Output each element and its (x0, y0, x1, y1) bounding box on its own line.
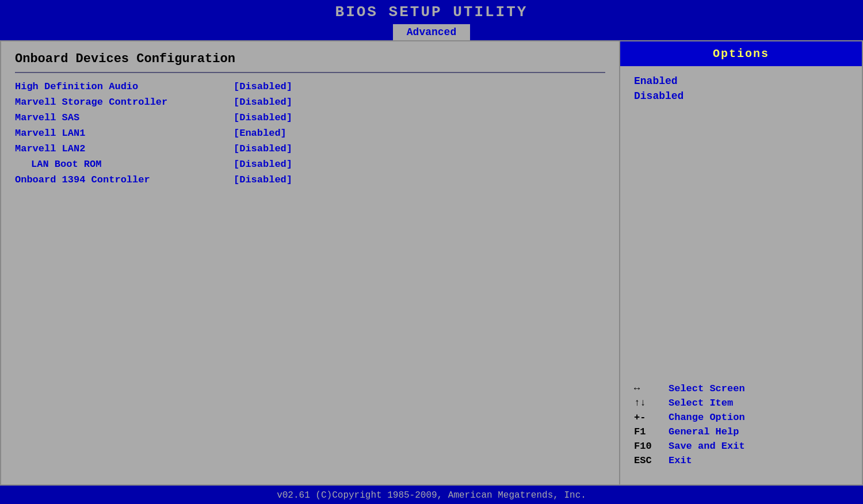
main-content: Onboard Devices Configuration High Defin… (0, 40, 863, 486)
config-value: [Disabled] (234, 81, 292, 92)
key-code: ↑↓ (634, 398, 669, 408)
left-panel: Onboard Devices Configuration High Defin… (1, 41, 620, 484)
config-value: [Enabled] (234, 128, 287, 139)
config-value: [Disabled] (234, 112, 292, 123)
right-panel: Options EnabledDisabled ↔Select Screen↑↓… (620, 41, 862, 484)
key-desc: Change Option (669, 412, 745, 423)
keybinding-row: ↔Select Screen (634, 383, 848, 394)
key-code: F10 (634, 441, 669, 452)
tab-advanced[interactable]: Advanced (393, 24, 470, 40)
config-label: Onboard 1394 Controller (15, 174, 234, 185)
config-value: [Disabled] (234, 174, 292, 185)
keybinding-row: +-Change Option (634, 412, 848, 423)
keybinding-row: ↑↓Select Item (634, 398, 848, 408)
config-label: Marvell LAN1 (15, 128, 234, 139)
bios-title: BIOS SETUP UTILITY (335, 3, 528, 21)
config-value: [Disabled] (234, 143, 292, 154)
keybinding-row: F10Save and Exit (634, 441, 848, 452)
config-row[interactable]: Marvell LAN2[Disabled] (15, 143, 605, 154)
keybinding-row: F1General Help (634, 426, 848, 437)
config-label: LAN Boot ROM (15, 159, 234, 170)
options-content: EnabledDisabled ↔Select Screen↑↓Select I… (620, 66, 862, 484)
config-label: Marvell LAN2 (15, 143, 234, 154)
option-item[interactable]: Disabled (634, 90, 848, 102)
config-label: High Definition Audio (15, 81, 234, 92)
config-value: [Disabled] (234, 97, 292, 108)
key-desc: General Help (669, 426, 739, 437)
tab-bar: Advanced (0, 23, 863, 40)
footer-text: v02.61 (C)Copyright 1985-2009, American … (277, 490, 586, 501)
config-label: Marvell SAS (15, 112, 234, 123)
option-item[interactable]: Enabled (634, 75, 848, 87)
config-value: [Disabled] (234, 159, 292, 170)
key-code: F1 (634, 426, 669, 437)
top-bar: BIOS SETUP UTILITY (0, 0, 863, 23)
key-desc: Select Item (669, 398, 733, 408)
options-list: EnabledDisabled (634, 75, 848, 105)
config-rows: High Definition Audio[Disabled]Marvell S… (15, 81, 605, 190)
keybindings: ↔Select Screen↑↓Select Item+-Change Opti… (634, 383, 848, 475)
options-header: Options (620, 41, 862, 66)
key-code: +- (634, 412, 669, 423)
key-desc: Exit (669, 455, 692, 466)
config-row[interactable]: Onboard 1394 Controller[Disabled] (15, 174, 605, 185)
config-row[interactable]: Marvell Storage Controller[Disabled] (15, 97, 605, 108)
key-desc: Select Screen (669, 383, 745, 394)
config-row[interactable]: Marvell LAN1[Enabled] (15, 128, 605, 139)
key-code: ESC (634, 455, 669, 466)
key-code: ↔ (634, 383, 669, 394)
key-desc: Save and Exit (669, 441, 745, 452)
config-label: Marvell Storage Controller (15, 97, 234, 108)
config-row[interactable]: LAN Boot ROM[Disabled] (15, 159, 605, 170)
config-row[interactable]: High Definition Audio[Disabled] (15, 81, 605, 92)
bottom-bar: v02.61 (C)Copyright 1985-2009, American … (0, 486, 863, 504)
section-title: Onboard Devices Configuration (15, 52, 605, 66)
section-divider (15, 72, 605, 73)
keybinding-row: ESCExit (634, 455, 848, 466)
config-row[interactable]: Marvell SAS[Disabled] (15, 112, 605, 123)
